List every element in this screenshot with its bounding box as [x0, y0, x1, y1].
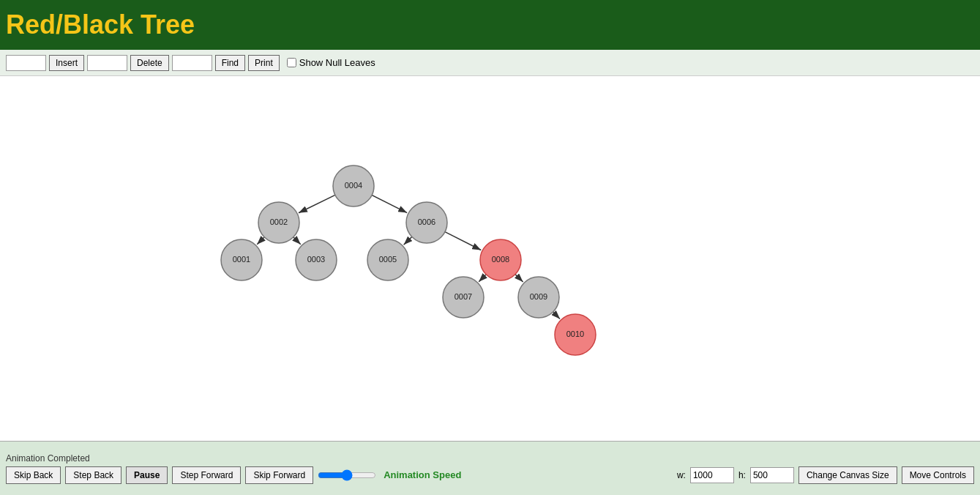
tree-edge — [299, 195, 335, 212]
tree-edge — [479, 275, 486, 282]
tree-node: 0003 — [296, 239, 337, 280]
page-title: Red/Black Tree — [6, 10, 195, 40]
bottom-bar: Animation Completed Skip Back Step Back … — [0, 441, 980, 495]
delete-button[interactable]: Delete — [130, 55, 169, 71]
controls-row: Skip Back Step Back Pause Step Forward S… — [6, 466, 974, 484]
tree-edge — [257, 237, 264, 245]
tree-node: 0007 — [443, 277, 484, 318]
show-null-leaves-checkbox[interactable] — [287, 58, 296, 67]
tree-edge — [445, 232, 481, 250]
tree-node: 0010 — [555, 314, 596, 355]
tree-edge — [404, 237, 412, 245]
tree-node: 0008 — [480, 239, 521, 280]
show-null-leaves-label[interactable]: Show Null Leaves — [287, 57, 375, 68]
node-label: 0007 — [455, 292, 472, 301]
node-label: 0005 — [379, 255, 397, 264]
node-label: 0004 — [345, 181, 362, 190]
step-forward-button[interactable]: Step Forward — [172, 466, 241, 484]
canvas-w-label: w: — [677, 470, 686, 480]
tree-edge — [293, 237, 301, 245]
status-row: Animation Completed — [6, 453, 974, 464]
tree-edge — [553, 312, 560, 319]
change-canvas-size-button[interactable]: Change Canvas Size — [798, 466, 897, 484]
node-label: 0010 — [566, 330, 584, 338]
move-controls-button[interactable]: Move Controls — [902, 466, 974, 484]
print-button[interactable]: Print — [248, 55, 280, 71]
canvas-area: 0004000200060001000300050008000700090010 — [0, 76, 980, 441]
tree-svg: 0004000200060001000300050008000700090010 — [0, 76, 980, 441]
tree-node: 0004 — [333, 165, 374, 206]
tree-node: 0001 — [221, 239, 262, 280]
node-label: 0006 — [418, 217, 435, 226]
tree-node: 0006 — [406, 202, 447, 243]
canvas-height-input[interactable] — [750, 467, 794, 483]
tree-node: 0002 — [258, 202, 299, 243]
delete-input[interactable] — [87, 55, 127, 71]
skip-forward-button[interactable]: Skip Forward — [245, 466, 313, 484]
animation-speed-label: Animation Speed — [384, 469, 461, 480]
step-back-button[interactable]: Step Back — [65, 466, 121, 484]
toolbar: Insert Delete Find Print Show Null Leave… — [0, 50, 980, 76]
show-null-leaves-text: Show Null Leaves — [299, 57, 375, 68]
find-input[interactable] — [172, 55, 212, 71]
node-label: 0001 — [233, 255, 250, 264]
header: Red/Black Tree — [0, 0, 980, 50]
tree-edge — [372, 196, 407, 213]
animation-status: Animation Completed — [6, 453, 90, 464]
tree-node: 0009 — [518, 277, 559, 318]
node-label: 0008 — [492, 255, 509, 264]
node-label: 0002 — [270, 217, 288, 226]
skip-back-button[interactable]: Skip Back — [6, 466, 61, 484]
insert-input[interactable] — [6, 55, 46, 71]
insert-button[interactable]: Insert — [49, 55, 84, 71]
find-button[interactable]: Find — [215, 55, 245, 71]
animation-speed-slider[interactable] — [318, 469, 376, 481]
tree-edge — [515, 275, 523, 282]
node-label: 0009 — [530, 292, 547, 301]
tree-node: 0005 — [367, 239, 408, 280]
node-label: 0003 — [307, 255, 325, 264]
canvas-h-label: h: — [738, 470, 746, 480]
pause-button[interactable]: Pause — [126, 466, 168, 484]
canvas-width-input[interactable] — [690, 467, 734, 483]
